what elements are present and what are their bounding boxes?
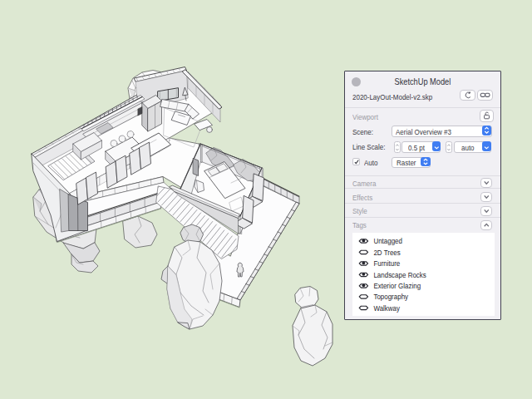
- svg-text:Furniture: Furniture: [373, 259, 400, 268]
- svg-text:Exterior Glazing: Exterior Glazing: [373, 281, 421, 290]
- svg-text:Untagged: Untagged: [373, 236, 402, 245]
- svg-text:Topography: Topography: [373, 292, 408, 301]
- svg-text:Walkway: Walkway: [373, 303, 400, 313]
- svg-text:2D Trees: 2D Trees: [373, 248, 401, 257]
- svg-text:Landscape Rocks: Landscape Rocks: [373, 270, 426, 279]
